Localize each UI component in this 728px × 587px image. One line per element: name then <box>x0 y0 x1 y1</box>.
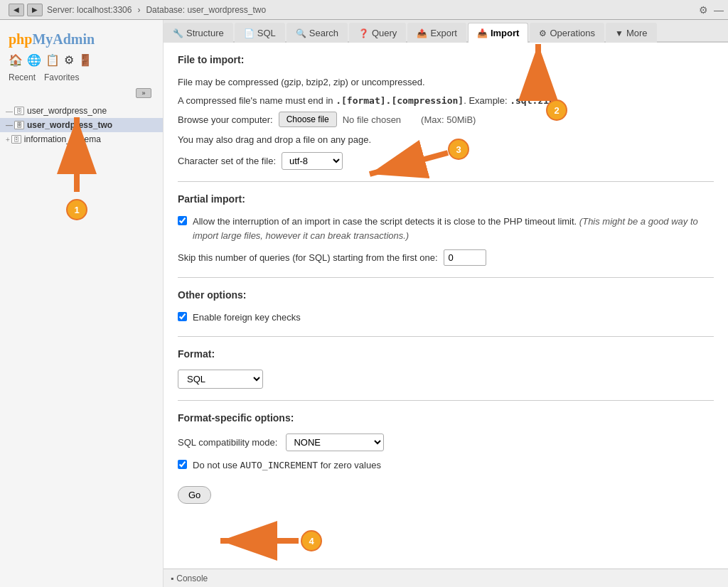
tab-export[interactable]: 📤 Export <box>407 23 466 43</box>
logo-my: My <box>32 31 53 48</box>
console-bar: ▪ Console <box>164 569 728 587</box>
charset-select[interactable]: utf-8 utf-16 latin1 ascii <box>282 152 343 170</box>
go-section: Go <box>178 486 714 504</box>
more-icon: ▼ <box>615 28 623 38</box>
exit-icon[interactable]: 🚪 <box>78 53 92 67</box>
tab-query-label: Query <box>372 28 397 38</box>
choose-file-button[interactable]: Choose file <box>279 112 337 127</box>
db-box-icon: 🗄 <box>14 107 24 115</box>
db-name-3: information_schema <box>24 134 101 144</box>
console-icon: ▪ <box>171 573 173 583</box>
import-info-line2: A compressed file's name must end in .[f… <box>178 94 714 108</box>
logo: php My Admin <box>0 26 163 50</box>
tab-search-label: Search <box>309 28 338 38</box>
favorites-link[interactable]: Favorites <box>44 72 79 82</box>
gear-icon[interactable]: ⚙ <box>699 4 708 16</box>
partial-import-checkbox-row: Allow the interruption of an import in c… <box>178 215 714 242</box>
go-button[interactable]: Go <box>178 486 211 504</box>
tab-structure[interactable]: 🔧 Structure <box>164 23 233 43</box>
other-options-section: Other options: Enable foreign key checks <box>178 289 714 325</box>
format-select[interactable]: SQL CSV CSV using LOAD DATA JSON Markdow… <box>178 370 263 389</box>
auto-increment-checkbox[interactable] <box>178 460 187 469</box>
recent-link[interactable]: Recent <box>9 72 36 82</box>
tab-operations[interactable]: ⚙ Operations <box>530 23 604 43</box>
foreign-key-row: Enable foreign key checks <box>178 311 714 325</box>
compat-mode-row: SQL compatibility mode: NONE ANSI DB2 MA… <box>178 433 714 451</box>
operations-icon: ⚙ <box>539 28 547 38</box>
db-item-wordpress-two[interactable]: — 🗄 user_wordpress_two <box>0 118 163 132</box>
skip-label: Skip this number of queries (for SQL) st… <box>178 252 438 263</box>
db-box-icon-2: 🗄 <box>14 121 24 129</box>
browse-row: Browse your computer: Choose file No fil… <box>178 112 714 127</box>
db-item-wordpress-one[interactable]: — 🗄 user_wordpress_one <box>0 104 163 118</box>
globe-icon[interactable]: 🌐 <box>27 53 41 67</box>
tabs-bar: 🔧 Structure 📄 SQL 🔍 Search ❓ Query <box>164 20 728 43</box>
charset-row: Character set of the file: utf-8 utf-16 … <box>178 152 714 170</box>
auto-increment-label: Do not use AUTO_INCREMENT for zero value… <box>193 458 381 473</box>
compat-label: SQL compatibility mode: <box>178 437 277 448</box>
logo-admin: Admin <box>53 31 95 48</box>
foreign-key-checkbox[interactable] <box>178 312 187 321</box>
tab-export-label: Export <box>430 28 457 38</box>
copy-icon[interactable]: 📋 <box>46 53 60 67</box>
back-button[interactable]: ◀ <box>9 4 24 16</box>
home-icon[interactable]: 🏠 <box>9 53 23 67</box>
sidebar-links: Recent Favorites <box>0 72 163 88</box>
format-section: Format: SQL CSV CSV using LOAD DATA JSON… <box>178 348 714 389</box>
tab-sql[interactable]: 📄 SQL <box>235 23 285 43</box>
example-code: .sql.zip <box>510 95 555 106</box>
console-label[interactable]: Console <box>176 573 208 583</box>
auto-increment-row: Do not use AUTO_INCREMENT for zero value… <box>178 458 714 473</box>
arrow-sep: › <box>137 5 140 15</box>
tab-structure-label: Structure <box>186 28 224 38</box>
settings-icon[interactable]: ⚙ <box>64 53 74 67</box>
tab-more-label: More <box>626 28 648 38</box>
db-text: Database: user_wordpress_two <box>146 5 266 15</box>
minus-icon[interactable]: — <box>714 4 724 16</box>
foreign-key-label: Enable foreign key checks <box>193 311 301 325</box>
content-area: 🔧 Structure 📄 SQL 🔍 Search ❓ Query <box>164 20 728 587</box>
compat-select[interactable]: NONE ANSI DB2 MAXDB MYSQL323 MYSQL40 MSS… <box>286 433 384 451</box>
main-content: File to import: File may be compressed (… <box>164 43 728 569</box>
sidebar-icon-bar: 🏠 🌐 📋 ⚙ 🚪 <box>0 50 163 72</box>
db-item-information-schema[interactable]: + 🗄 information_schema <box>0 132 163 146</box>
db-name-1: user_wordpress_one <box>27 106 107 116</box>
skip-input[interactable] <box>444 249 486 266</box>
expand-button[interactable]: » <box>136 88 151 98</box>
search-icon: 🔍 <box>296 28 306 38</box>
import-icon: 📥 <box>477 28 488 38</box>
url-bar: Server: localhost:3306 › Database: user_… <box>47 5 266 15</box>
export-icon: 📤 <box>417 28 427 38</box>
format-specific-section: Format-specific options: SQL compatibili… <box>178 412 714 473</box>
query-icon: ❓ <box>358 28 369 38</box>
import-info-line1: File may be compressed (gzip, bzip2, zip… <box>178 75 714 90</box>
sql-icon: 📄 <box>244 28 255 38</box>
format-title: Format: <box>178 348 714 362</box>
file-name-display: No file chosen <box>343 114 401 125</box>
tab-sql-label: SQL <box>257 28 276 38</box>
file-import-title: File to import: <box>178 54 714 68</box>
other-options-title: Other options: <box>178 289 714 303</box>
tab-import[interactable]: 📥 Import <box>468 23 528 43</box>
db-icon: — 🗄 <box>6 107 24 115</box>
format-code: .[format].[compression] <box>336 95 464 106</box>
divider-4 <box>178 400 714 401</box>
tab-search[interactable]: 🔍 Search <box>287 23 348 43</box>
divider-3 <box>178 336 714 337</box>
browse-label: Browse your computer: <box>178 114 273 125</box>
tab-query[interactable]: ❓ Query <box>349 23 406 43</box>
partial-import-section: Partial import: Allow the interruption o… <box>178 193 714 266</box>
db-box-icon-3: 🗄 <box>11 135 21 144</box>
db-name-2: user_wordpress_two <box>27 120 112 130</box>
tab-import-label: Import <box>491 28 519 38</box>
forward-button[interactable]: ▶ <box>27 4 43 16</box>
structure-icon: 🔧 <box>173 28 183 38</box>
db-icon-3: + 🗄 <box>6 135 21 144</box>
logo-php: php <box>9 31 32 48</box>
partial-import-checkbox[interactable] <box>178 216 187 225</box>
tab-more[interactable]: ▼ More <box>606 23 657 43</box>
partial-import-label: Allow the interruption of an import in c… <box>193 215 714 242</box>
max-size-label: (Max: 50MiB) <box>421 114 476 125</box>
title-bar: ◀ ▶ Server: localhost:3306 › Database: u… <box>0 0 728 20</box>
database-list: — 🗄 user_wordpress_one — 🗄 user_wordpres… <box>0 101 163 149</box>
